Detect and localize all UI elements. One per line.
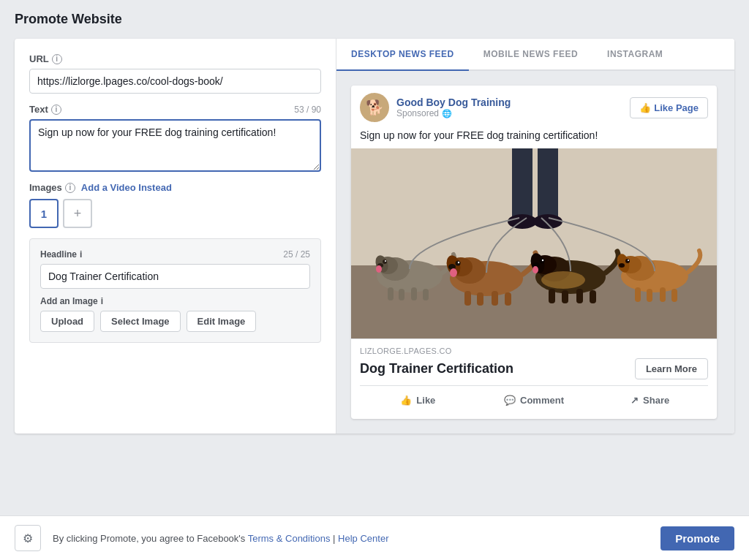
ad-sponsored: Sponsored 🌐	[396, 108, 622, 118]
edit-image-button[interactable]: Edit Image	[187, 311, 257, 332]
add-image-field-group: Add an Image i Upload Select Image Edit …	[40, 296, 310, 332]
url-input[interactable]	[29, 69, 321, 94]
text-field-group: Text i 53 / 90 Sign up now for your FREE…	[29, 104, 321, 172]
gear-icon: ⚙	[23, 531, 33, 545]
svg-point-35	[541, 271, 585, 289]
images-info-icon[interactable]: i	[65, 183, 75, 193]
svg-rect-51	[512, 148, 532, 222]
svg-point-19	[456, 261, 461, 266]
right-panel: Desktop News Feed Mobile News Feed Insta…	[336, 39, 734, 434]
svg-rect-12	[399, 289, 404, 300]
text-textarea[interactable]: Sign up now for your FREE dog training c…	[29, 119, 321, 172]
svg-point-32	[542, 260, 543, 261]
ad-footer: LIZLORGE.LPAGES.CO Dog Trainer Certifica…	[351, 338, 717, 419]
like-page-button[interactable]: 👍 Like Page	[630, 97, 708, 118]
image-tab-1[interactable]: 1	[29, 199, 59, 228]
add-image-info-icon[interactable]: i	[101, 296, 103, 306]
left-panel: URL i Text i 53 / 90 Sign up now for you…	[15, 39, 336, 434]
svg-point-54	[533, 214, 562, 229]
promote-button[interactable]: Promote	[660, 526, 734, 550]
svg-point-45	[628, 260, 629, 261]
preview-content: 🐕 Good Boy Dog Training Sponsored 🌐 👍 Li…	[336, 71, 734, 434]
select-image-button[interactable]: Select Image	[100, 311, 181, 332]
ad-image	[351, 148, 717, 338]
headline-counter: 25 / 25	[283, 249, 310, 260]
text-label: Text i	[29, 104, 61, 115]
content-area: URL i Text i 53 / 90 Sign up now for you…	[15, 39, 734, 434]
svg-rect-13	[411, 287, 417, 300]
images-label-row: Images i Add a Video Instead	[29, 182, 321, 193]
svg-rect-47	[635, 287, 641, 302]
add-video-link[interactable]: Add a Video Instead	[81, 182, 172, 193]
svg-rect-23	[464, 291, 471, 306]
url-info-icon[interactable]: i	[52, 54, 62, 64]
ad-headline: Dog Trainer Certification	[360, 361, 513, 377]
ad-text: Sign up now for your FREE dog training c…	[351, 129, 717, 148]
svg-point-20	[458, 262, 459, 263]
globe-icon: 🌐	[442, 109, 452, 118]
svg-rect-11	[388, 287, 394, 300]
svg-rect-38	[576, 289, 583, 303]
svg-point-22	[450, 268, 457, 277]
svg-rect-37	[562, 290, 568, 303]
tab-instagram[interactable]: Instagram	[592, 39, 677, 71]
url-field-group: URL i	[29, 53, 321, 94]
image-btn-group: Upload Select Image Edit Image	[40, 311, 310, 332]
image-tab-add[interactable]: +	[63, 199, 92, 228]
svg-rect-52	[538, 148, 558, 222]
svg-rect-36	[549, 289, 555, 303]
preview-tabs: Desktop News Feed Mobile News Feed Insta…	[336, 39, 734, 71]
terms-link[interactable]: Terms & Conditions	[248, 533, 331, 544]
text-counter: 53 / 90	[294, 105, 321, 115]
like-action-button[interactable]: 👍 Like	[360, 390, 476, 410]
svg-rect-26	[505, 292, 511, 306]
svg-point-44	[625, 259, 630, 263]
ad-headline-row: Dog Trainer Certification Learn More	[360, 358, 708, 379]
add-image-label: Add an Image i	[40, 296, 310, 306]
headline-info-icon[interactable]: i	[80, 249, 82, 260]
comment-action-button[interactable]: 💬 Comment	[476, 390, 592, 410]
upload-button[interactable]: Upload	[40, 311, 94, 332]
url-label: URL i	[29, 53, 321, 64]
ad-page-name[interactable]: Good Boy Dog Training	[396, 97, 622, 108]
svg-rect-14	[423, 289, 429, 300]
svg-point-34	[532, 266, 538, 273]
tab-mobile-news-feed[interactable]: Mobile News Feed	[469, 39, 592, 71]
ad-actions: 👍 Like 💬 Comment ↗ Share	[360, 385, 708, 412]
learn-more-button[interactable]: Learn More	[635, 358, 708, 379]
svg-point-31	[540, 259, 545, 264]
text-label-row: Text i 53 / 90	[29, 104, 321, 115]
svg-rect-25	[492, 291, 498, 306]
like-icon: 👍	[400, 395, 412, 406]
images-field-group: Images i Add a Video Instead 1 +	[29, 182, 321, 228]
tab-desktop-news-feed[interactable]: Desktop News Feed	[336, 39, 469, 71]
images-label: Images i	[29, 182, 75, 193]
ad-card: 🐕 Good Boy Dog Training Sponsored 🌐 👍 Li…	[351, 86, 717, 419]
page-title: Promote Website	[15, 12, 734, 27]
ad-page-info: Good Boy Dog Training Sponsored 🌐	[396, 97, 622, 118]
svg-point-10	[376, 265, 382, 273]
footer-bar: ⚙ By clicking Promote, you agree to Face…	[0, 515, 749, 560]
svg-rect-48	[647, 289, 652, 302]
svg-rect-24	[477, 292, 483, 306]
footer-text: By clicking Promote, you agree to Facebo…	[53, 533, 649, 544]
image-tabs: 1 +	[29, 199, 321, 228]
ad-domain: LIZLORGE.LPAGES.CO	[360, 347, 708, 355]
thumbs-up-icon: 👍	[639, 102, 651, 113]
ad-header: 🐕 Good Boy Dog Training Sponsored 🌐 👍 Li…	[351, 86, 717, 129]
gear-button[interactable]: ⚙	[15, 525, 41, 551]
text-info-icon[interactable]: i	[51, 105, 61, 115]
svg-point-8	[385, 260, 386, 262]
headline-label-row: Headline i 25 / 25	[40, 249, 310, 260]
headline-input[interactable]	[40, 264, 310, 289]
headline-field-group: Headline i 25 / 25	[40, 249, 310, 289]
svg-rect-50	[671, 289, 677, 302]
share-icon: ↗	[631, 395, 639, 406]
svg-rect-39	[590, 290, 596, 303]
help-center-link[interactable]: Help Center	[338, 533, 388, 544]
svg-point-7	[383, 260, 387, 264]
svg-rect-1	[351, 148, 717, 265]
svg-point-46	[619, 263, 625, 268]
share-action-button[interactable]: ↗ Share	[592, 390, 708, 410]
sub-section: Headline i 25 / 25 Add an Image i Upload	[29, 238, 321, 343]
